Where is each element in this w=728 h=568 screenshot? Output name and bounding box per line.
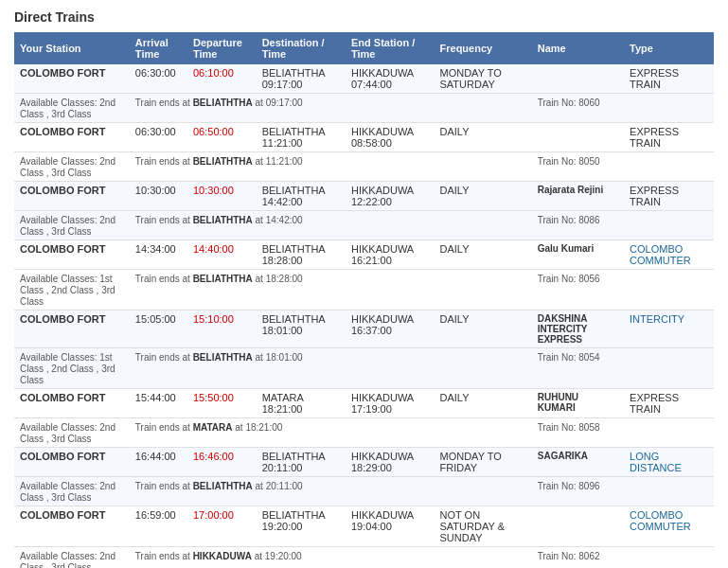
empty-freq-cell bbox=[435, 94, 532, 123]
end-station-name: HIKKADUWA bbox=[351, 392, 414, 403]
end-station-cell: HIKKADUWA 17:19:00 bbox=[346, 389, 435, 418]
frequency-cell: DAILY bbox=[435, 123, 532, 152]
arrival-time: 15:44:00 bbox=[135, 392, 176, 403]
train-ends-text: Train ends at BELIATHTHA at 14:42:00 bbox=[135, 215, 303, 225]
end-station-cell: HIKKADUWA 07:44:00 bbox=[346, 64, 435, 94]
end-station-name: HIKKADUWA bbox=[351, 509, 414, 521]
empty-type-sub-cell bbox=[624, 348, 714, 389]
name-cell: SAGARIKA bbox=[532, 448, 624, 477]
table-row-sub: Available Classes: 2nd Class , 3rd Class… bbox=[14, 477, 714, 506]
type-cell: EXPRESS TRAIN bbox=[624, 182, 714, 211]
train-number: Train No: 8062 bbox=[538, 551, 600, 561]
station-cell: COLOMBO FORT bbox=[14, 123, 130, 152]
empty-type-sub-cell bbox=[624, 477, 714, 506]
classes-cell: Available Classes: 2nd Class , 3rd Class bbox=[14, 94, 130, 123]
arrival-time: 06:30:00 bbox=[135, 126, 176, 137]
table-row: COLOMBO FORT 14:34:00 14:40:00 BELIATHTH… bbox=[14, 240, 714, 270]
frequency-cell: NOT ON SATURDAY & SUNDAY bbox=[435, 506, 532, 547]
arrival-time: 16:59:00 bbox=[135, 509, 176, 521]
departure-time: 14:40:00 bbox=[193, 243, 234, 255]
col-frequency: Frequency bbox=[435, 32, 532, 64]
station-cell: COLOMBO FORT bbox=[14, 182, 130, 211]
table-row-sub: Available Classes: 2nd Class , 3rd Class… bbox=[14, 211, 714, 240]
destination-cell: BELIATHTHA 19:20:00 bbox=[257, 506, 346, 547]
trains-table: Your Station Arrival Time Departure Time… bbox=[14, 32, 714, 568]
col-departure: Departure Time bbox=[187, 32, 257, 64]
station-name: COLOMBO FORT bbox=[20, 392, 105, 403]
table-row-sub: Available Classes: 2nd Class , 3rd Class… bbox=[14, 547, 714, 569]
arrival-time: 06:30:00 bbox=[135, 67, 176, 79]
end-station-time: 07:44:00 bbox=[351, 79, 392, 90]
end-station-time: 08:58:00 bbox=[351, 137, 392, 149]
train-ends-station: BELIATHTHA bbox=[193, 215, 253, 225]
available-classes-label: Available Classes: bbox=[20, 98, 99, 108]
destination-cell: BELIATHTHA 09:17:00 bbox=[257, 64, 346, 94]
empty-type-sub-cell bbox=[624, 547, 714, 569]
train-number: Train No: 8060 bbox=[538, 98, 600, 108]
departure-time: 10:30:00 bbox=[193, 185, 234, 196]
arrival-time: 14:34:00 bbox=[135, 243, 176, 255]
table-row: COLOMBO FORT 10:30:00 10:30:00 BELIATHTH… bbox=[14, 182, 714, 211]
destination-name: BELIATHTHA bbox=[262, 451, 325, 462]
destination-cell: MATARA 18:21:00 bbox=[257, 389, 346, 418]
destination-time: 09:17:00 bbox=[262, 79, 303, 90]
train-ends-text: Train ends at BELIATHTHA at 18:01:00 bbox=[135, 352, 303, 363]
station-cell: COLOMBO FORT bbox=[14, 64, 130, 94]
type-cell: INTERCITY bbox=[624, 311, 714, 348]
end-station-time: 17:19:00 bbox=[351, 403, 392, 415]
station-cell: COLOMBO FORT bbox=[14, 311, 130, 348]
type-cell: LONG DISTANCE bbox=[624, 448, 714, 477]
train-no-cell: Train No: 8054 bbox=[532, 348, 624, 389]
departure-cell: 06:50:00 bbox=[187, 123, 257, 152]
name-cell: Rajarata Rejini bbox=[532, 182, 624, 211]
empty-freq-cell bbox=[435, 152, 532, 182]
type-cell: COLOMBO COMMUTER bbox=[624, 240, 714, 270]
train-number: Train No: 8054 bbox=[538, 352, 600, 363]
train-ends-text: Train ends at MATARA at 18:21:00 bbox=[135, 422, 282, 433]
empty-freq-cell bbox=[435, 211, 532, 240]
arrival-cell: 06:30:00 bbox=[130, 64, 187, 94]
classes-cell: Available Classes: 2nd Class , 3rd Class bbox=[14, 152, 130, 182]
available-classes-label: Available Classes: bbox=[20, 215, 99, 225]
destination-time: 14:42:00 bbox=[262, 196, 303, 207]
arrival-cell: 15:44:00 bbox=[130, 389, 187, 418]
station-name: COLOMBO FORT bbox=[20, 451, 105, 462]
end-station-name: HIKKADUWA bbox=[351, 243, 414, 255]
station-name: COLOMBO FORT bbox=[20, 313, 105, 325]
end-station-time: 12:22:00 bbox=[351, 196, 392, 207]
train-number: Train No: 8050 bbox=[538, 156, 600, 167]
available-classes-label: Available Classes: bbox=[20, 551, 99, 561]
empty-freq-cell bbox=[435, 418, 532, 448]
station-name: COLOMBO FORT bbox=[20, 67, 105, 79]
end-station-cell: HIKKADUWA 16:21:00 bbox=[346, 240, 435, 270]
destination-time: 20:11:00 bbox=[262, 462, 303, 473]
train-number: Train No: 8056 bbox=[538, 274, 600, 284]
train-ends-station: HIKKADUWA bbox=[193, 551, 252, 561]
train-no-cell: Train No: 8056 bbox=[532, 270, 624, 311]
frequency-cell: MONDAY TO SATURDAY bbox=[435, 64, 532, 94]
train-number: Train No: 8096 bbox=[538, 481, 600, 491]
train-no-cell: Train No: 8060 bbox=[532, 94, 624, 123]
train-ends-station: BELIATHTHA bbox=[193, 274, 253, 284]
destination-cell: BELIATHTHA 18:28:00 bbox=[257, 240, 346, 270]
classes-cell: Available Classes: 1st Class , 2nd Class… bbox=[14, 348, 130, 389]
train-ends-station: BELIATHTHA bbox=[193, 481, 253, 491]
col-type: Type bbox=[624, 32, 714, 64]
train-no-cell: Train No: 8058 bbox=[532, 418, 624, 448]
end-station-name: HIKKADUWA bbox=[351, 313, 414, 325]
departure-cell: 06:10:00 bbox=[187, 64, 257, 94]
train-ends-text: Train ends at HIKKADUWA at 19:20:00 bbox=[135, 551, 302, 561]
classes-cell: Available Classes: 2nd Class , 3rd Class bbox=[14, 477, 130, 506]
train-ends-station: BELIATHTHA bbox=[193, 156, 253, 167]
name-cell: Galu Kumari bbox=[532, 240, 624, 270]
destination-cell: BELIATHTHA 18:01:00 bbox=[257, 311, 346, 348]
departure-time: 15:10:00 bbox=[193, 313, 234, 325]
table-row-sub: Available Classes: 1st Class , 2nd Class… bbox=[14, 270, 714, 311]
station-cell: COLOMBO FORT bbox=[14, 389, 130, 418]
train-no-cell: Train No: 8050 bbox=[532, 152, 624, 182]
destination-name: MATARA bbox=[262, 392, 304, 403]
train-number: Train No: 8086 bbox=[538, 215, 600, 225]
available-classes-label: Available Classes: bbox=[20, 481, 99, 491]
train-ends-cell: Train ends at HIKKADUWA at 19:20:00 bbox=[130, 547, 435, 569]
classes-cell: Available Classes: 2nd Class , 3rd Class bbox=[14, 418, 130, 448]
